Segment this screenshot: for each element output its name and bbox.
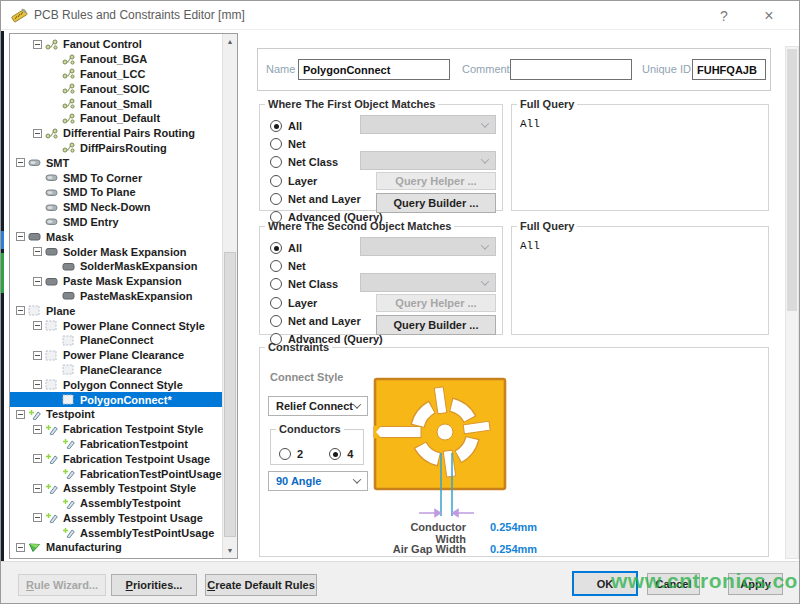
match-option-net-and-layer[interactable]: Net and Layer	[270, 313, 361, 329]
tree-item[interactable]: Solder Mask Expansion	[10, 244, 224, 259]
air-gap-width-value[interactable]: 0.254mm	[490, 543, 537, 555]
tree-item[interactable]: Assembly Testpoint Style	[10, 481, 224, 496]
expand-toggle-icon[interactable]	[33, 425, 42, 434]
help-button[interactable]: ?	[709, 4, 739, 27]
tree-item[interactable]: Fabrication Testpoint Style	[10, 422, 224, 437]
cancel-button[interactable]: Cancel	[647, 573, 700, 595]
scroll-up-icon[interactable]: ▲	[223, 34, 237, 49]
expand-toggle-icon[interactable]	[16, 543, 25, 552]
match-option-net[interactable]: Net	[270, 258, 306, 274]
tree-item[interactable]: PlaneConnect	[10, 333, 224, 348]
tree-item[interactable]: Polygon Connect Style	[10, 377, 224, 392]
expand-toggle-icon[interactable]	[33, 380, 42, 389]
first-query-builder-button[interactable]: Query Builder ...	[376, 193, 496, 213]
match-option-all[interactable]: All	[270, 240, 302, 256]
match-option-net[interactable]: Net	[270, 136, 306, 152]
expand-toggle-icon[interactable]	[33, 484, 42, 493]
expand-toggle-icon[interactable]	[33, 277, 42, 286]
tree-item[interactable]: Fabrication Testpoint Usage	[10, 451, 224, 466]
tree-item[interactable]: SMD To Corner	[10, 170, 224, 185]
tree-item[interactable]: Power Plane Clearance	[10, 348, 224, 363]
match-option-layer[interactable]: Layer	[270, 295, 317, 311]
tree-item[interactable]: Fanout_Default	[10, 111, 224, 126]
tree-scrollbar[interactable]: ▲ ▼	[222, 34, 237, 558]
tree-item[interactable]: Plane	[10, 303, 224, 318]
match-option-all[interactable]: All	[270, 118, 302, 134]
radio-icon[interactable]	[270, 315, 282, 327]
tree-item[interactable]: PolygonConnect*	[10, 392, 224, 407]
tree-item[interactable]: Power Plane Connect Style	[10, 318, 224, 333]
radio-icon[interactable]	[270, 138, 282, 150]
radio-icon[interactable]	[270, 156, 282, 168]
match-option-net-and-layer[interactable]: Net and Layer	[270, 191, 361, 207]
close-icon[interactable]: ×	[754, 4, 784, 27]
match-option-net-class[interactable]: Net Class	[270, 154, 338, 170]
tree-item[interactable]: DiffPairsRouting	[10, 141, 224, 156]
tree-item[interactable]: Fanout_BGA	[10, 52, 224, 67]
tree-item[interactable]: Mask	[10, 229, 224, 244]
comment-input[interactable]	[510, 59, 632, 80]
conductor-width-value[interactable]: 0.254mm	[490, 521, 537, 533]
tree-item[interactable]: SMD Entry	[10, 215, 224, 230]
tree-scroll-thumb[interactable]	[224, 252, 236, 537]
tree-item-label: Fanout_SOIC	[78, 83, 152, 95]
tree-item[interactable]: Paste Mask Expansion	[10, 274, 224, 289]
expand-toggle-icon[interactable]	[16, 232, 25, 241]
ok-button[interactable]: OK	[572, 571, 638, 596]
tree-item[interactable]: Fanout_Small	[10, 96, 224, 111]
expand-toggle-icon[interactable]	[33, 351, 42, 360]
expand-toggle-icon[interactable]	[16, 410, 25, 419]
tree-item[interactable]: Differential Pairs Routing	[10, 126, 224, 141]
radio-icon[interactable]	[270, 242, 282, 254]
priorities-button[interactable]: Priorities...	[111, 574, 197, 596]
angle-dropdown[interactable]: 90 Angle	[268, 471, 368, 491]
tree-item[interactable]: Fanout_LCC	[10, 67, 224, 82]
expand-toggle-icon[interactable]	[33, 129, 42, 138]
create-default-rules-button[interactable]: Create Default Rules	[205, 574, 317, 596]
radio-icon[interactable]	[270, 260, 282, 272]
radio-icon[interactable]	[329, 448, 341, 460]
conductors-option-2[interactable]: 2	[279, 448, 303, 460]
panel-scroll-thumb[interactable]	[787, 49, 797, 311]
scroll-down-icon[interactable]: ▼	[223, 543, 237, 558]
tree-item[interactable]: AssemblyTestpoint	[10, 496, 224, 511]
tree-item[interactable]: Assembly Testpoint Usage	[10, 511, 224, 526]
tree-item[interactable]: PlaneClearance	[10, 363, 224, 378]
connect-style-dropdown[interactable]: Relief Connect	[268, 396, 368, 416]
tree-item[interactable]: Minimum Annular Ring	[10, 555, 224, 559]
tree-item[interactable]: SMD To Plane	[10, 185, 224, 200]
tree-item[interactable]: FabricationTestpoint	[10, 437, 224, 452]
radio-icon[interactable]	[279, 448, 291, 460]
tree-item-label: AssemblyTestPointUsage	[78, 527, 216, 539]
tree-item[interactable]: FabricationTestPointUsage	[10, 466, 224, 481]
radio-icon[interactable]	[270, 120, 282, 132]
panel-scrollbar[interactable]	[785, 46, 799, 559]
tree-item[interactable]: Manufacturing	[10, 540, 224, 555]
tree-item[interactable]: AssemblyTestPointUsage	[10, 525, 224, 540]
expand-toggle-icon[interactable]	[16, 306, 25, 315]
expand-toggle-icon[interactable]	[33, 513, 42, 522]
match-option-net-class[interactable]: Net Class	[270, 276, 338, 292]
name-input[interactable]	[298, 59, 450, 80]
tree-item[interactable]: Fanout Control	[10, 37, 224, 52]
tree-item[interactable]: SMD Neck-Down	[10, 200, 224, 215]
unique-id-input[interactable]	[692, 59, 766, 80]
tree-item[interactable]: SolderMaskExpansion	[10, 259, 224, 274]
tree-item[interactable]: SMT	[10, 155, 224, 170]
expand-toggle-icon[interactable]	[33, 454, 42, 463]
tree-item[interactable]: PasteMaskExpansion	[10, 289, 224, 304]
radio-icon[interactable]	[270, 297, 282, 309]
expand-toggle-icon[interactable]	[33, 321, 42, 330]
expand-toggle-icon[interactable]	[33, 40, 42, 49]
conductors-option-4[interactable]: 4	[329, 448, 353, 460]
expand-toggle-icon[interactable]	[16, 158, 25, 167]
second-query-builder-button[interactable]: Query Builder ...	[376, 315, 496, 335]
tree-item[interactable]: Fanout_SOIC	[10, 81, 224, 96]
radio-icon[interactable]	[270, 278, 282, 290]
radio-icon[interactable]	[270, 175, 282, 187]
expand-toggle-icon[interactable]	[33, 247, 42, 256]
apply-button[interactable]: Apply	[728, 573, 783, 595]
radio-icon[interactable]	[270, 193, 282, 205]
tree-item[interactable]: Testpoint	[10, 407, 224, 422]
match-option-layer[interactable]: Layer	[270, 173, 317, 189]
